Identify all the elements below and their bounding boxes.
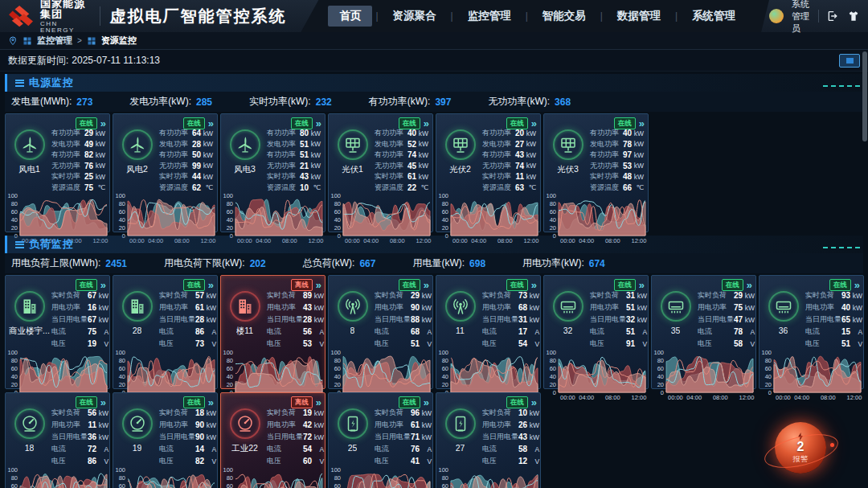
svg-text:100: 100	[330, 467, 341, 474]
expand-chevron-icon[interactable]: »	[100, 118, 106, 129]
metric-unit: V	[96, 340, 108, 348]
expand-chevron-icon[interactable]: »	[424, 118, 429, 129]
device-card[interactable]: 在线 » 35 实时负荷29kW用电功率75kW当日用电量47kW电流78A电压…	[651, 275, 756, 389]
device-card[interactable]: 在线 » 8 实时负荷29kW用电功率90kW当日用电量88kW电流68A电压5…	[328, 275, 433, 389]
nav-item-1[interactable]: 资源聚合	[382, 6, 448, 27]
section-dash-decoration	[823, 85, 860, 87]
device-metrics: 实时负荷96kW用电功率61kW当日用电量71kW电流76A电压41V	[375, 407, 434, 467]
metric-unit: kW	[204, 304, 216, 312]
device-card[interactable]: 在线 » 36 实时负荷93kW用电功率40kW当日用电量65kW电流15A电压…	[759, 275, 864, 389]
expand-chevron-icon[interactable]: »	[316, 118, 321, 129]
expand-chevron-icon[interactable]: »	[316, 397, 321, 408]
panel-toggle-button[interactable]	[839, 54, 860, 68]
svg-text:100: 100	[330, 350, 341, 356]
status-badge: 在线	[506, 396, 528, 408]
svg-text:80: 80	[550, 357, 556, 364]
device-card[interactable]: 在线 » 光伏3 有功功率40kW发电功率78kW有功功率97kW无功功率53k…	[543, 113, 649, 232]
expand-chevron-icon[interactable]: »	[747, 280, 752, 290]
nav-separator: |	[600, 10, 603, 22]
card-body: 19 实时负荷18kW用电功率90kW当日用电量90kW电流14A电压82V	[115, 407, 215, 467]
device-card[interactable]: 离线 » 楼11 实时负荷89kW用电功率43kW当日用电量28kW电流56A电…	[220, 275, 326, 389]
expand-chevron-icon[interactable]: »	[100, 397, 106, 408]
expand-chevron-icon[interactable]: »	[639, 118, 645, 129]
device-card[interactable]: 在线 » 风电2 有功功率64kW发电功率28kW有功功率50kW无功功率99k…	[113, 113, 218, 232]
expand-chevron-icon[interactable]: »	[531, 397, 537, 408]
expand-chevron-icon[interactable]: »	[424, 280, 429, 290]
device-card[interactable]: 在线 » 商业楼宇... 实时负荷67kW用电功率16kW当日用电量67kW电流…	[5, 275, 110, 389]
theme-skin-icon[interactable]	[847, 8, 860, 24]
user-avatar[interactable]	[769, 9, 784, 23]
metric-unit: kW	[312, 316, 324, 324]
device-card[interactable]: 在线 » 风电1 有功功率29kW发电功率49kW有功功率82kW无功功率76k…	[5, 113, 110, 232]
device-card[interactable]: 在线 » 28 实时负荷57kW用电功率61kW当日用电量28kW电流86A电压…	[113, 275, 218, 389]
nav-item-5[interactable]: 系统管理	[681, 6, 747, 27]
metric-row: 实时负荷10kW	[482, 407, 539, 419]
metric-value: 53	[303, 339, 312, 348]
device-trend-chart: 10080604020000:0004:0008:0012:00	[7, 467, 108, 488]
logout-icon[interactable]	[826, 8, 839, 24]
status-badge: 在线	[506, 117, 528, 129]
metric-unit: kW	[527, 421, 539, 429]
svg-text:60: 60	[227, 482, 233, 488]
device-card[interactable]: 离线 » 工业22 实时负荷19kW用电功率42kW当日用电量72kW电流54A…	[220, 392, 326, 488]
device-trend-chart: 10080604020000:0004:0008:0012:00	[223, 467, 323, 488]
svg-text:40: 40	[119, 216, 125, 223]
expand-chevron-icon[interactable]: »	[531, 280, 537, 290]
device-card[interactable]: 在线 » 32 实时负荷31kW用电功率51kW当日用电量32kW电流51A电压…	[543, 275, 649, 389]
metric-unit: kW	[312, 433, 324, 441]
charger-device-icon	[338, 408, 368, 439]
svg-text:0: 0	[768, 389, 772, 396]
device-card[interactable]: 在线 » 11 实时负荷73kW用电功率68kW当日用电量31kW电流17A电压…	[436, 275, 541, 389]
svg-text:60: 60	[119, 365, 125, 372]
device-card[interactable]: 在线 » 光伏1 有功功率40kW发电功率52kW有功功率74kW无功功率45k…	[328, 113, 433, 232]
device-card[interactable]: 在线 » 19 实时负荷18kW用电功率90kW当日用电量90kW电流14A电压…	[113, 392, 218, 488]
scrollbar-thumb[interactable]	[862, 51, 867, 141]
device-card[interactable]: 在线 » 25 实时负荷96kW用电功率61kW当日用电量71kW电流76A电压…	[328, 392, 433, 488]
svg-text:00:00: 00:00	[668, 394, 683, 401]
card-header: 在线 »	[183, 279, 214, 291]
metric-label: 当日用电量	[698, 314, 734, 325]
stat-item: 用电量(kW): 698	[412, 256, 485, 270]
alarm-badge[interactable]: 2 报警	[775, 422, 826, 474]
card-left: 27	[438, 407, 482, 467]
expand-chevron-icon[interactable]: »	[208, 118, 214, 129]
expand-chevron-icon[interactable]: »	[531, 118, 537, 129]
device-metrics: 实时负荷89kW用电功率43kW当日用电量28kW电流56A电压53V	[267, 289, 326, 350]
user-name[interactable]: 系统管理员	[792, 0, 810, 35]
nav-item-0[interactable]: 首页	[328, 6, 372, 27]
metric-row: 电流54A	[267, 443, 324, 455]
nav-item-4[interactable]: 数据管理	[606, 6, 672, 27]
svg-text:00:00: 00:00	[560, 394, 575, 401]
device-card[interactable]: 在线 » 27 实时负荷10kW用电功率26kW当日用电量43kW电流58A电压…	[436, 392, 541, 488]
expand-chevron-icon[interactable]: »	[100, 280, 106, 290]
device-card[interactable]: 在线 » 风电3 有功功率80kW发电功率51kW有功功率51kW无功功率21k…	[220, 113, 326, 232]
breadcrumb-parent[interactable]: 监控管理	[37, 35, 72, 47]
metric-value: 56	[88, 408, 96, 417]
svg-text:60: 60	[442, 208, 448, 215]
metric-row: 无功功率53kW	[590, 161, 644, 172]
metric-label: 资源温度	[482, 182, 515, 193]
svg-text:80: 80	[657, 357, 664, 364]
expand-chevron-icon[interactable]: »	[316, 280, 321, 290]
device-card[interactable]: 在线 » 18 实时负荷56kW用电功率11kW当日用电量36kW电流72A电压…	[5, 392, 110, 488]
svg-text:80: 80	[119, 200, 125, 207]
svg-text:08:00: 08:00	[605, 394, 620, 401]
metric-unit: kW	[312, 292, 324, 300]
device-card[interactable]: 在线 » 光伏2 有功功率20kW发电功率27kW有功功率43kW无功功率74k…	[436, 113, 541, 232]
metric-value: 71	[411, 433, 420, 441]
expand-chevron-icon[interactable]: »	[854, 280, 860, 290]
stat-item: 发电量(MWh): 273	[11, 95, 92, 109]
expand-chevron-icon[interactable]: »	[208, 397, 214, 408]
app-header: 国家能源集团 CHN ENERGY 虚拟电厂智能管控系统 首页|资源聚合|监控管…	[0, 0, 868, 32]
expand-chevron-icon[interactable]: »	[424, 397, 429, 408]
nav-item-3[interactable]: 智能交易	[531, 6, 597, 27]
scrollbar[interactable]	[862, 51, 867, 486]
svg-text:40: 40	[11, 373, 18, 380]
card-header: 在线 »	[506, 117, 537, 129]
metric-value: 17	[518, 327, 527, 336]
metric-unit: kW	[93, 151, 105, 159]
nav-item-2[interactable]: 监控管理	[457, 6, 522, 27]
expand-chevron-icon[interactable]: »	[208, 280, 214, 290]
breadcrumb-current[interactable]: 资源监控	[101, 35, 137, 47]
expand-chevron-icon[interactable]: »	[639, 280, 645, 290]
